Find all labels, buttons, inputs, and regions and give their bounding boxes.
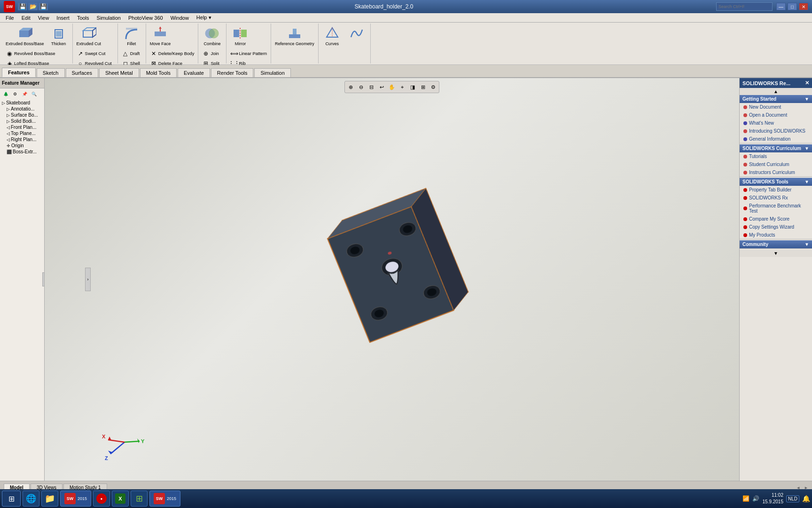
intersect-button[interactable]: Combine: [200, 24, 224, 48]
zoom-to-fit-button[interactable]: ⊟: [367, 82, 376, 92]
tree-btn-1[interactable]: 🌲: [1, 89, 10, 99]
thicken-button[interactable]: Thicken: [47, 24, 70, 48]
whats-new-link[interactable]: What's New: [740, 119, 812, 127]
tree-item-right-plane[interactable]: ◁ Right Plan...: [0, 136, 44, 143]
menu-simulation[interactable]: Simulation: [93, 14, 125, 22]
sw-tools-header[interactable]: SOLIDWORKS Tools ▼: [740, 178, 812, 186]
zoom-in-button[interactable]: ⊕: [346, 82, 355, 92]
menu-window[interactable]: Window: [167, 14, 193, 22]
student-curriculum-link[interactable]: Student Curriculum: [740, 160, 812, 168]
view-settings-button[interactable]: ⚙: [429, 82, 438, 92]
close-button[interactable]: ✕: [799, 3, 808, 10]
tree-btn-3[interactable]: 📌: [20, 89, 29, 99]
sidebar-expand-handle[interactable]: ›: [85, 268, 91, 291]
extruded-boss-button[interactable]: Extruded Boss/Base: [4, 24, 46, 48]
tab-evaluate[interactable]: Evaluate: [178, 68, 210, 77]
minimize-button[interactable]: —: [776, 3, 786, 10]
tree-item-surface-bodies[interactable]: ▷ Surface Bo...: [0, 112, 44, 118]
taskbar-sw2015[interactable]: SW 2015: [60, 491, 91, 507]
instructors-curriculum-link[interactable]: Instructors Curriculum: [740, 168, 812, 176]
tab-sketch[interactable]: Sketch: [37, 68, 65, 77]
curves-button[interactable]: [345, 24, 368, 63]
tree-btn-2[interactable]: ⚙: [10, 89, 20, 99]
extruded-cut-button[interactable]: Extruded Cut: [75, 24, 103, 48]
tab-surfaces[interactable]: Surfaces: [66, 68, 98, 77]
section-view-button[interactable]: ⊞: [418, 82, 428, 92]
reference-geometry-button[interactable]: Curves: [320, 24, 344, 63]
copy-settings-link[interactable]: Copy Settings Wizard: [740, 223, 812, 231]
quick-access-new[interactable]: 💾: [18, 3, 27, 10]
delete-keep-body-button[interactable]: ✕ Delete/Keep Body: [148, 49, 196, 58]
swept-cut-button[interactable]: ↗ Swept Cut: [75, 49, 116, 58]
search-input[interactable]: [716, 2, 773, 11]
menu-help[interactable]: Help ▾: [193, 14, 215, 22]
tree-item-annotations[interactable]: ▷ Annotatio...: [0, 106, 44, 112]
quick-access-save[interactable]: 💾: [39, 3, 48, 10]
taskbar-app5[interactable]: ⊞: [131, 491, 148, 507]
curriculum-header[interactable]: SOLIDWORKS Curriculum ▼: [740, 144, 812, 152]
sw-rx-link[interactable]: SOLIDWORKS Rx: [740, 194, 812, 202]
combine-button[interactable]: ⊕ Join: [200, 49, 224, 58]
taskbar-explorer[interactable]: 📁: [41, 491, 58, 507]
start-button[interactable]: ⊞: [2, 491, 21, 507]
rib-button[interactable]: Reference Geometry: [273, 24, 316, 63]
menu-photoview[interactable]: PhotoView 360: [125, 14, 167, 22]
viewport[interactable]: ⊕ ⊖ ⊟ ↩ ✋ ⌖ ◨ ⊞ ⚙: [45, 78, 739, 481]
move-face-button[interactable]: Move Face: [148, 24, 173, 48]
open-document-link[interactable]: Open a Document: [740, 111, 812, 119]
tab-mold-tools[interactable]: Mold Tools: [140, 68, 177, 77]
general-info-link[interactable]: General Information: [740, 135, 812, 143]
tree-item-origin[interactable]: ✛ Origin: [0, 143, 44, 149]
panel-scroll-up[interactable]: ▲: [740, 88, 812, 95]
maximize-button[interactable]: □: [788, 3, 797, 10]
menu-insert[interactable]: Insert: [53, 14, 73, 22]
benchmark-link[interactable]: Performance Benchmark Test: [740, 202, 812, 215]
menu-tools[interactable]: Tools: [73, 14, 93, 22]
tree-btn-4[interactable]: 🔍: [29, 89, 39, 99]
my-products-link[interactable]: My Products: [740, 231, 812, 239]
menu-view[interactable]: View: [34, 14, 53, 22]
taskbar-sw2015b[interactable]: SW 2015: [149, 491, 180, 507]
taskbar-sw-red[interactable]: ●: [93, 491, 110, 507]
view-orientation-button[interactable]: ⌖: [398, 82, 407, 92]
notification-icon[interactable]: 🔔: [802, 495, 810, 502]
split-button[interactable]: Mirror: [228, 24, 252, 48]
rotate-button[interactable]: ↩: [377, 82, 386, 92]
tree-item-boss-extrude[interactable]: ⬛ Boss-Extr...: [0, 149, 44, 155]
tutorials-link[interactable]: Tutorials: [740, 152, 812, 160]
menu-edit[interactable]: Edit: [18, 14, 34, 22]
curriculum-collapse-icon: ▼: [804, 146, 809, 151]
zoom-out-button[interactable]: ⊖: [356, 82, 366, 92]
revolved-boss-button[interactable]: ◉ Revolved Boss/Base: [4, 49, 70, 58]
tab-render-tools[interactable]: Render Tools: [211, 68, 254, 77]
svg-text:X: X: [102, 434, 106, 439]
taskbar-ie[interactable]: 🌐: [23, 491, 39, 507]
panel-scroll-down[interactable]: ▼: [740, 250, 812, 257]
property-tab-builder-link[interactable]: Property Tab Builder: [740, 186, 812, 194]
open-doc-icon: [743, 113, 747, 117]
community-header[interactable]: Community ▼: [740, 240, 812, 248]
svg-rect-17: [289, 34, 300, 38]
quick-access-open[interactable]: 📂: [28, 3, 38, 10]
menu-file[interactable]: File: [2, 14, 18, 22]
display-style-button[interactable]: ◨: [408, 82, 417, 92]
tree-item-label: Annotatio...: [11, 106, 35, 111]
pan-button[interactable]: ✋: [387, 82, 397, 92]
tab-simulation[interactable]: Simulation: [254, 68, 290, 77]
getting-started-header[interactable]: Getting Started ▼: [740, 95, 812, 103]
new-document-link[interactable]: New Document: [740, 103, 812, 111]
compare-score-link[interactable]: Compare My Score: [740, 215, 812, 223]
tree-item-front-plane[interactable]: ◁ Front Plan...: [0, 124, 44, 130]
mirror-button[interactable]: ⟺ Linear Pattern: [228, 49, 269, 58]
introducing-sw-link[interactable]: Introducing SOLIDWORKS: [740, 127, 812, 135]
fillet-button[interactable]: Fillet: [120, 24, 143, 48]
tab-sheet-metal[interactable]: Sheet Metal: [99, 68, 139, 77]
taskbar-excel[interactable]: X: [112, 491, 129, 507]
tree-item-solid-bodies[interactable]: ▷ Solid Bodi...: [0, 118, 44, 124]
panel-close-icon[interactable]: ✕: [805, 80, 809, 86]
tree-item-top-plane[interactable]: ◁ Top Plane...: [0, 130, 44, 136]
draft-button[interactable]: △ Draft: [120, 49, 144, 58]
tree-item-label: Front Plan...: [11, 125, 36, 130]
tree-item-skateboard[interactable]: ▷ Skateboard: [0, 100, 44, 106]
tab-features[interactable]: Features: [2, 68, 36, 77]
